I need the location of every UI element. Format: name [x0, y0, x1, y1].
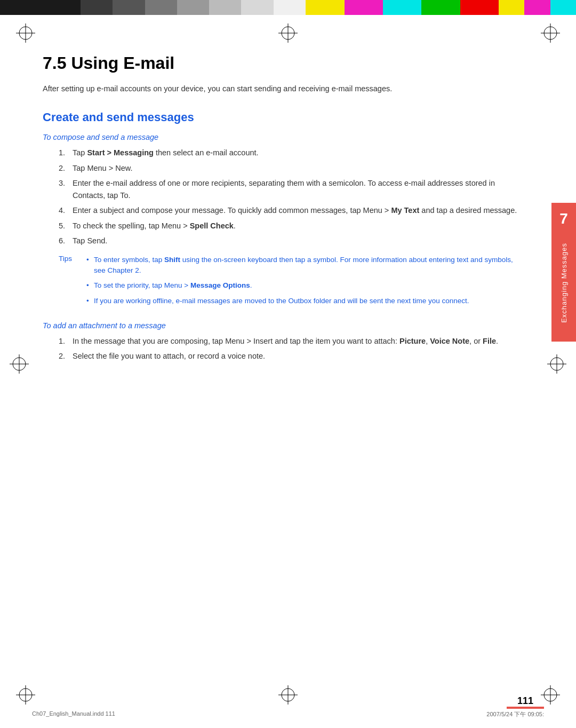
step-number: 6. — [59, 235, 73, 247]
chapter-title: Exchanging Messages — [560, 243, 568, 323]
attachment-steps-list: 1. In the message that you are composing… — [59, 335, 523, 362]
color-segment — [550, 0, 576, 15]
color-segment — [345, 0, 383, 15]
registration-mark-bottom-left — [16, 685, 35, 705]
section-title-text: Using E-mail — [71, 53, 174, 73]
step-number: 3. — [59, 177, 73, 189]
tip-1: To enter symbols, tap Shift using the on… — [86, 255, 523, 276]
chapter-number: 7 — [559, 210, 568, 227]
attach-step-1: 1. In the message that you are composing… — [59, 335, 523, 347]
tip-2: To set the priority, tap Menu > Message … — [86, 280, 523, 291]
color-segment — [274, 0, 306, 15]
step-text: Tap Send. — [73, 235, 523, 247]
step-number: 2. — [59, 162, 73, 174]
tips-content: To enter symbols, tap Shift using the on… — [86, 255, 523, 311]
compose-subheading: To compose and send a message — [43, 133, 523, 141]
step-3: 3. Enter the e-mail address of one or mo… — [59, 177, 523, 201]
step-5: 5. To check the spelling, tap Menu > Spe… — [59, 220, 523, 232]
compose-steps-list: 1. Tap Start > Messaging then select an … — [59, 147, 523, 247]
step-6: 6. Tap Send. — [59, 235, 523, 247]
chapter-tab: 7 Exchanging Messages — [551, 203, 576, 342]
tip-3: If you are working offline, e-mail messa… — [86, 296, 523, 306]
color-segment — [177, 0, 209, 15]
attach-step-2: 2. Select the file you want to attach, o… — [59, 350, 523, 362]
registration-mark-bottom-right — [541, 685, 560, 705]
registration-mark-top-left — [16, 23, 35, 43]
step-text: Tap Start > Messaging then select an e-m… — [73, 147, 523, 159]
step-text: In the message that you are composing, t… — [73, 335, 523, 347]
footer: Ch07_English_Manual.indd 111 2007/5/24 下… — [32, 710, 544, 718]
page-number-underline — [507, 707, 544, 709]
color-segment — [460, 0, 499, 15]
step-text: Tap Menu > New. — [73, 162, 523, 174]
color-segment — [383, 0, 421, 15]
step-number: 2. — [59, 350, 73, 362]
color-segment — [241, 0, 273, 15]
footer-right: 2007/5/24 下午 09:05: — [486, 710, 544, 718]
color-segment — [209, 0, 241, 15]
color-segment — [306, 0, 344, 15]
step-number: 5. — [59, 220, 73, 232]
color-segment — [524, 0, 550, 15]
step-text: Enter a subject and compose your message… — [73, 204, 523, 216]
section-heading: 7.5 Using E-mail — [43, 53, 523, 73]
step-1: 1. Tap Start > Messaging then select an … — [59, 147, 523, 159]
color-segment — [421, 0, 460, 15]
color-segment — [499, 0, 524, 15]
step-text: Enter the e-mail address of one or more … — [73, 177, 523, 201]
tips-section: Tips To enter symbols, tap Shift using t… — [59, 255, 523, 311]
attachment-subheading: To add an attachment to a message — [43, 321, 523, 330]
page-content: 7.5 Using E-mail After setting up e-mail… — [43, 53, 523, 685]
registration-mark-middle-left — [10, 354, 29, 374]
step-2: 2. Tap Menu > New. — [59, 162, 523, 174]
step-text: Select the file you want to attach, or r… — [73, 350, 523, 362]
color-segment — [0, 0, 81, 15]
page-number: 111 — [517, 695, 533, 707]
registration-mark-top-center — [278, 23, 298, 43]
step-number: 1. — [59, 147, 73, 159]
tips-label: Tips — [59, 255, 86, 311]
registration-mark-top-right — [541, 23, 560, 43]
section-number: 7.5 — [43, 53, 66, 73]
color-segment — [81, 0, 113, 15]
registration-mark-middle-right — [547, 354, 566, 374]
step-4: 4. Enter a subject and compose your mess… — [59, 204, 523, 216]
footer-left: Ch07_English_Manual.indd 111 — [32, 710, 115, 718]
registration-mark-bottom-center — [278, 685, 298, 705]
color-segment — [113, 0, 145, 15]
step-number: 4. — [59, 204, 73, 216]
step-number: 1. — [59, 335, 73, 347]
step-text: To check the spelling, tap Menu > Spell … — [73, 220, 523, 232]
intro-paragraph: After setting up e-mail accounts on your… — [43, 83, 523, 94]
color-bar — [0, 0, 576, 15]
subsection-heading: Create and send messages — [43, 110, 523, 124]
color-segment — [145, 0, 177, 15]
